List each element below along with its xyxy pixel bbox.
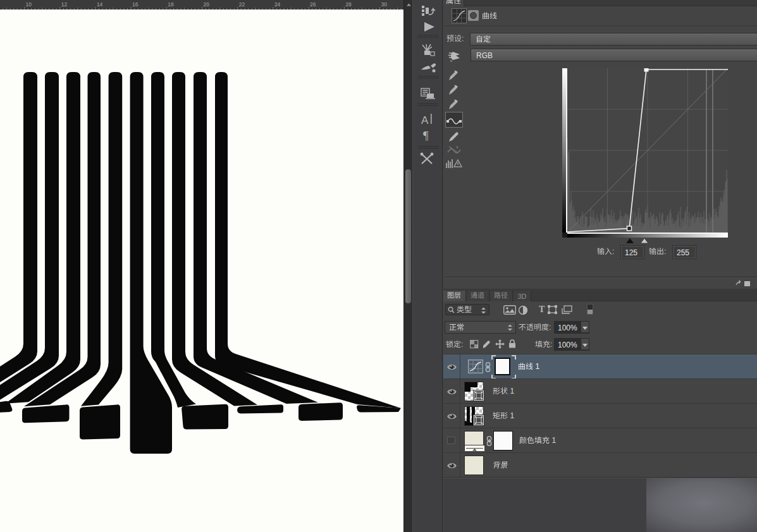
svg-text:1: 1 — [536, 363, 540, 371]
svg-text:24: 24 — [274, 1, 281, 8]
svg-text::: : — [461, 341, 463, 349]
svg-text:20: 20 — [204, 1, 210, 8]
svg-text::: : — [550, 341, 552, 349]
svg-text:¶: ¶ — [423, 129, 429, 142]
svg-text:26: 26 — [310, 1, 316, 8]
svg-text:30: 30 — [381, 1, 388, 8]
svg-text::: : — [462, 35, 464, 43]
svg-text:12: 12 — [61, 1, 68, 8]
svg-text:A: A — [421, 114, 429, 126]
svg-text:1: 1 — [510, 412, 515, 420]
svg-text:1: 1 — [510, 387, 515, 396]
svg-text::: : — [612, 248, 614, 256]
svg-text:28: 28 — [345, 1, 352, 8]
svg-text:18: 18 — [168, 1, 174, 8]
svg-text::: : — [549, 323, 551, 332]
svg-text:16: 16 — [132, 1, 138, 8]
svg-text::: : — [664, 248, 666, 256]
svg-text:10: 10 — [26, 1, 32, 8]
svg-text:22: 22 — [239, 1, 245, 8]
svg-text:1: 1 — [552, 437, 557, 445]
svg-text:14: 14 — [97, 1, 103, 8]
